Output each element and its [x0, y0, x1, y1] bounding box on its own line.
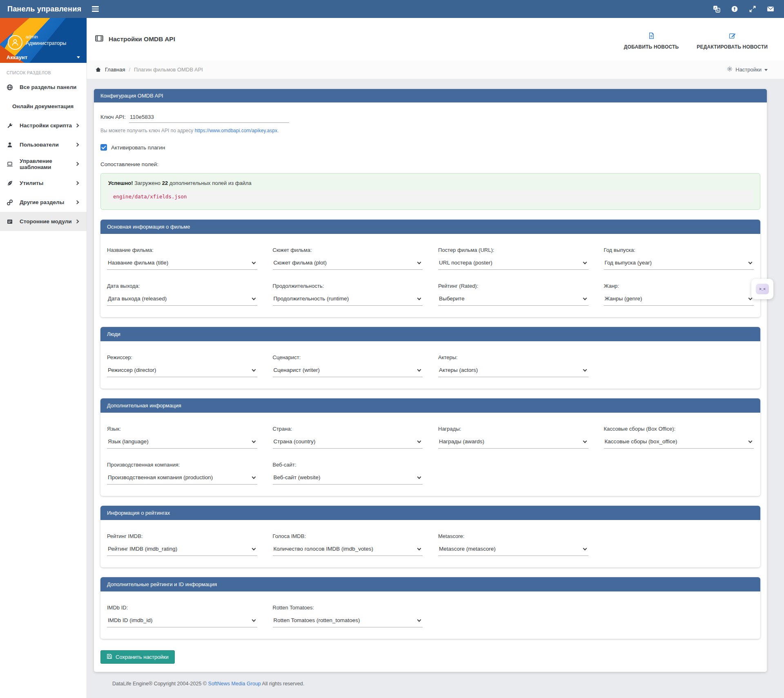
sidebar-item-script-settings[interactable]: Настройки скрипта: [0, 116, 87, 135]
activate-plugin-checkbox[interactable]: [100, 144, 107, 151]
activate-plugin-row[interactable]: Активировать плагин: [100, 144, 760, 151]
app-title: Панель управления: [7, 5, 81, 13]
chevron-right-icon: [75, 200, 79, 205]
section-people: Люди Режиссер: Режиссер (director) Сцена…: [100, 327, 760, 389]
select-production[interactable]: Производственная компания (production): [107, 473, 257, 485]
select-metascore[interactable]: Metascore (metascore): [438, 545, 588, 556]
select-plot[interactable]: Сюжет фильма (plot): [273, 259, 423, 270]
account-toggle[interactable]: Аккаунт: [0, 54, 87, 60]
chevron-down-icon: [748, 439, 753, 443]
footer-link[interactable]: SoftNews Media Group: [208, 681, 261, 687]
chevron-down-icon: [583, 439, 587, 443]
field-label: Награды:: [438, 426, 588, 432]
user-name: admin: [26, 34, 66, 39]
save-settings-button[interactable]: Сохранить настройки: [100, 650, 175, 664]
sidebar-item-online-docs[interactable]: Онлайн документация: [0, 97, 87, 116]
chevron-down-icon: [252, 439, 256, 443]
floating-widget[interactable]: >_<: [751, 279, 773, 299]
sidebar-item-label: Утилиты: [20, 180, 76, 186]
fullscreen-icon[interactable]: [749, 5, 756, 13]
select-value: Награды (awards): [439, 438, 484, 445]
select-rotten-tomatoes[interactable]: Rotten Tomatoes (rotten_tomatoes): [273, 616, 423, 627]
select-awards[interactable]: Награды (awards): [438, 438, 588, 449]
select-value: Выберите: [439, 296, 464, 302]
sidebar-item-all-sections[interactable]: Все разделы панели: [0, 78, 87, 97]
chevron-right-icon: [75, 181, 79, 185]
film-icon: [95, 34, 103, 44]
chevron-down-icon: [583, 260, 587, 265]
field-label: Дата выхода:: [107, 283, 257, 289]
field-label: Metascore:: [438, 533, 588, 539]
select-value: Веб-сайт (website): [274, 474, 321, 480]
sidebar-item-templates[interactable]: Управление шаблонами: [0, 154, 87, 173]
breadcrumb-current: Плагин фильмов OMDB API: [134, 67, 203, 73]
sidebar-item-utilities[interactable]: Утилиты: [0, 173, 87, 193]
field-label: Режиссер:: [107, 354, 257, 360]
settings-dropdown[interactable]: Настройки: [727, 66, 768, 73]
select-country[interactable]: Страна (country): [273, 438, 423, 449]
select-writer[interactable]: Сценарист (writer): [273, 366, 423, 377]
add-news-button[interactable]: ДОБАВИТЬ НОВОСТЬ: [624, 32, 679, 50]
sidebar-item-label: Управление шаблонами: [20, 158, 76, 170]
api-key-link[interactable]: https://www.omdbapi.com/apikey.aspx: [195, 128, 278, 133]
sidebar-item-third-party-modules[interactable]: Сторонние модули: [0, 212, 87, 231]
field-label: IMDb ID:: [107, 605, 257, 611]
select-imdb-id[interactable]: IMDb ID (imdb_id): [107, 616, 257, 627]
chevron-down-icon: [252, 547, 256, 551]
select-website[interactable]: Веб-сайт (website): [273, 473, 423, 485]
chevron-down-icon: [252, 296, 256, 300]
gear-icon: [727, 66, 733, 73]
floating-widget-badge: >_<: [756, 284, 769, 294]
select-value: Metascore (metascore): [439, 546, 496, 552]
translate-icon[interactable]: A: [713, 5, 720, 13]
breadcrumb-home[interactable]: Главная: [105, 67, 125, 73]
account-label: Аккаунт: [7, 54, 27, 60]
edit-news-button[interactable]: РЕДАКТИРОВАТЬ НОВОСТИ: [697, 32, 768, 50]
api-key-input[interactable]: [129, 113, 289, 123]
section-title: Информация о рейтингах: [100, 506, 760, 520]
leaf-icon: [7, 180, 15, 187]
select-poster[interactable]: URL постера (poster): [438, 259, 588, 270]
select-imdb-votes[interactable]: Количество голосов IMDB (imdb_votes): [273, 545, 423, 556]
mapping-label: Сопоставление полей:: [100, 161, 760, 167]
select-value: IMDb ID (imdb_id): [108, 617, 153, 623]
footer-copyright: DataLife Engine® Copyright 2004-2025 ©: [112, 681, 207, 687]
select-released[interactable]: Дата выхода (released): [107, 295, 257, 306]
select-runtime[interactable]: Продолжительность (runtime): [273, 295, 423, 306]
globe-pin-icon[interactable]: [731, 5, 738, 13]
select-value: Жанры (genre): [605, 296, 642, 302]
select-rated[interactable]: Выберите: [438, 295, 588, 306]
select-director[interactable]: Режиссер (director): [107, 366, 257, 377]
select-genre[interactable]: Жанры (genre): [604, 295, 754, 306]
field-label: Производственная компания:: [107, 462, 257, 468]
select-imdb-rating[interactable]: Рейтинг IMDB (imdb_rating): [107, 545, 257, 556]
sidebar-item-label: Сторонние модули: [20, 218, 76, 225]
menu-toggle-icon[interactable]: [92, 6, 99, 12]
config-card: Конфигурация OMDB API Ключ API: Вы может…: [94, 89, 767, 672]
select-title[interactable]: Название фильма (title): [107, 259, 257, 270]
select-actors[interactable]: Актеры (actors): [438, 366, 588, 377]
section-extra-ids: Дополнительные рейтинги и ID информация …: [100, 577, 760, 639]
chevron-down-icon: [583, 368, 587, 372]
page-header: Настройки OMDB API ДОБАВИТЬ НОВОСТЬ РЕДА…: [87, 18, 784, 60]
chevron-down-icon: [417, 475, 421, 479]
chevron-down-icon: [417, 547, 421, 551]
chevron-down-icon: [748, 260, 753, 265]
select-value: Производственная компания (production): [108, 474, 213, 480]
settings-label: Настройки: [735, 67, 762, 73]
mail-icon[interactable]: [767, 5, 774, 13]
field-label: Жанр:: [604, 283, 754, 289]
select-year[interactable]: Год выпуска (year): [604, 259, 754, 270]
wrench-icon: [7, 122, 15, 129]
sidebar-item-label: Пользователи: [20, 142, 76, 148]
chevron-down-icon: [252, 260, 256, 265]
breadcrumb: Главная / Плагин фильмов OMDB API: [95, 67, 203, 73]
select-box-office[interactable]: Кассовые сборы (box_office): [604, 438, 754, 449]
sidebar-item-users[interactable]: Пользователи: [0, 135, 87, 154]
field-label: Голоса IMDB:: [273, 533, 423, 539]
chevron-down-icon: [583, 296, 587, 300]
sidebar-item-other-sections[interactable]: Другие разделы: [0, 193, 87, 212]
laptop-icon: [7, 161, 15, 167]
sidebar: admin Администраторы Аккаунт СПИСОК РАЗД…: [0, 18, 87, 698]
select-language[interactable]: Язык (language): [107, 438, 257, 449]
